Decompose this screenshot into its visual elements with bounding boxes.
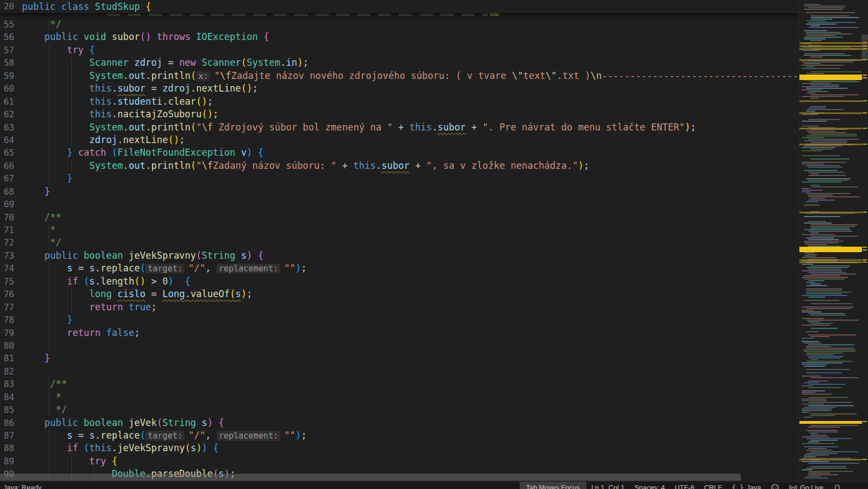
code-lines[interactable]: 55 */56 public void subor() throws IOExc…: [0, 18, 799, 481]
line-number[interactable]: 73: [0, 249, 22, 262]
minimap[interactable]: [799, 0, 868, 481]
line-number[interactable]: 62: [0, 108, 22, 121]
line-number[interactable]: 57: [0, 44, 22, 56]
status-item-encoding[interactable]: UTF-8: [670, 482, 699, 489]
line-number[interactable]: 58: [0, 56, 22, 69]
code-line-content[interactable]: /**: [22, 211, 799, 224]
code-line[interactable]: 65 } catch (FileNotFoundException v) {: [0, 146, 799, 159]
line-number[interactable]: 67: [0, 172, 22, 185]
sticky-scroll-line[interactable]: 20 public class StudSkup {: [0, 0, 799, 13]
code-line[interactable]: 79 return false;: [0, 327, 799, 339]
code-line-content[interactable]: *: [22, 224, 799, 236]
line-number[interactable]: 69: [0, 198, 22, 211]
code-line[interactable]: 67 }: [0, 172, 799, 185]
code-line-content[interactable]: }: [22, 314, 799, 326]
line-number[interactable]: 84: [0, 391, 22, 403]
code-line[interactable]: 87 s = s.replace(target:"/", replacement…: [0, 429, 799, 442]
code-line-content[interactable]: this.subor = zdroj.nextLine();: [22, 82, 799, 95]
line-number[interactable]: 89: [0, 455, 22, 468]
code-line[interactable]: 82: [0, 365, 799, 378]
line-number[interactable]: 77: [0, 301, 22, 314]
code-line[interactable]: 83 /**: [0, 378, 799, 390]
line-number[interactable]: 65: [0, 146, 22, 159]
line-number[interactable]: 75: [0, 275, 22, 288]
code-line-content[interactable]: try {: [22, 455, 799, 468]
line-number[interactable]: 87: [0, 429, 22, 442]
code-line-content[interactable]: if (s.length() > 0) {: [22, 275, 799, 288]
line-number[interactable]: 72: [0, 236, 22, 249]
code-line-content[interactable]: public boolean jeVekSpravny(String s) {: [22, 249, 799, 262]
code-line[interactable]: 74 s = s.replace(target:"/", replacement…: [0, 262, 799, 275]
horizontal-scrollbar[interactable]: [0, 474, 794, 481]
code-line[interactable]: 58 Scanner zdroj = new Scanner(System.in…: [0, 56, 799, 69]
code-line[interactable]: 61 this.studenti.clear();: [0, 95, 799, 108]
code-line-content[interactable]: } catch (FileNotFoundException v) {: [22, 146, 799, 159]
line-number[interactable]: 68: [0, 185, 22, 198]
code-line[interactable]: 78 }: [0, 314, 799, 326]
code-line-content[interactable]: [22, 339, 799, 352]
line-number[interactable]: 70: [0, 211, 22, 224]
code-line[interactable]: 68 }: [0, 185, 799, 198]
code-line-content[interactable]: [22, 365, 799, 378]
status-item-go-live[interactable]: Go Live: [784, 482, 828, 489]
code-line-content[interactable]: zdroj.nextLine();: [22, 134, 799, 146]
line-number[interactable]: 71: [0, 224, 22, 236]
line-number[interactable]: 88: [0, 442, 22, 454]
code-line-content[interactable]: this.nacitajZoSuboru();: [22, 108, 799, 121]
code-line-content[interactable]: */: [22, 403, 799, 416]
code-line-content[interactable]: }: [22, 172, 799, 185]
line-number[interactable]: 83: [0, 378, 22, 390]
code-line[interactable]: 77 return true;: [0, 301, 799, 314]
code-line-content[interactable]: s = s.replace(target:"/", replacement:""…: [22, 429, 799, 442]
status-item-language-status[interactable]: Java: Ready: [0, 482, 46, 489]
code-line-content[interactable]: [22, 198, 799, 211]
code-line[interactable]: 86 public boolean jeVek(String s) {: [0, 417, 799, 429]
code-line-content[interactable]: System.out.println(x:"\fZadajte názov no…: [22, 70, 799, 82]
status-item-indentation[interactable]: Spaces: 4: [629, 482, 670, 489]
code-line-content[interactable]: }: [22, 185, 799, 198]
code-line[interactable]: 71 *: [0, 224, 799, 236]
code-line-content[interactable]: System.out.println("\fZadaný názov súbor…: [22, 160, 799, 172]
overview-ruler[interactable]: [861, 0, 868, 481]
code-line[interactable]: 76 long cislo = Long.valueOf(s);: [0, 288, 799, 300]
line-number[interactable]: 74: [0, 262, 22, 275]
code-line[interactable]: 56 public void subor() throws IOExceptio…: [0, 31, 799, 43]
code-line-content[interactable]: */: [22, 236, 799, 249]
code-line-content[interactable]: s = s.replace(target:"/", replacement:""…: [22, 262, 799, 275]
code-line-content[interactable]: try {: [22, 44, 799, 56]
line-number[interactable]: 63: [0, 121, 22, 134]
code-line[interactable]: 72 */: [0, 236, 799, 249]
code-line[interactable]: 57 try {: [0, 44, 799, 56]
line-number[interactable]: 61: [0, 95, 22, 108]
code-line[interactable]: 62 this.nacitajZoSuboru();: [0, 108, 799, 121]
line-number[interactable]: 81: [0, 352, 22, 365]
line-number[interactable]: 86: [0, 417, 22, 429]
line-number[interactable]: 76: [0, 288, 22, 300]
code-line-content[interactable]: Scanner zdroj = new Scanner(System.in);: [22, 56, 799, 69]
code-line[interactable]: 63 System.out.println("\f Zdrojový súbor…: [0, 121, 799, 134]
code-line-content[interactable]: public boolean jeVek(String s) {: [22, 417, 799, 429]
code-line[interactable]: 55 */: [0, 18, 799, 31]
code-line-content[interactable]: this.studenti.clear();: [22, 95, 799, 108]
code-line-content[interactable]: }: [22, 352, 799, 365]
code-line-content[interactable]: if (this.jeVekSpravny(s)) {: [22, 442, 799, 454]
line-number[interactable]: 64: [0, 134, 22, 146]
code-editor[interactable]: 55 */56 public void subor() throws IOExc…: [0, 0, 799, 481]
horizontal-scrollbar-slider[interactable]: [0, 474, 741, 481]
code-line-content[interactable]: /**: [22, 378, 799, 390]
code-line[interactable]: 69: [0, 198, 799, 211]
line-number[interactable]: 60: [0, 82, 22, 95]
code-line[interactable]: 81 }: [0, 352, 799, 365]
code-line[interactable]: 85 */: [0, 403, 799, 416]
status-item-cursor-position[interactable]: Ln 1, Col 1: [587, 482, 629, 489]
status-item-tab-moves-focus[interactable]: Tab Moves Focus: [520, 482, 587, 489]
status-item-notifications[interactable]: [828, 482, 846, 489]
line-number[interactable]: 82: [0, 365, 22, 378]
code-line[interactable]: 84 *: [0, 391, 799, 403]
code-line-content[interactable]: *: [22, 391, 799, 403]
code-line[interactable]: 59 System.out.println(x:"\fZadajte názov…: [0, 70, 799, 82]
line-number[interactable]: 56: [0, 31, 22, 43]
line-number[interactable]: 85: [0, 403, 22, 416]
line-number[interactable]: 78: [0, 314, 22, 326]
code-line[interactable]: 75 if (s.length() > 0) {: [0, 275, 799, 288]
